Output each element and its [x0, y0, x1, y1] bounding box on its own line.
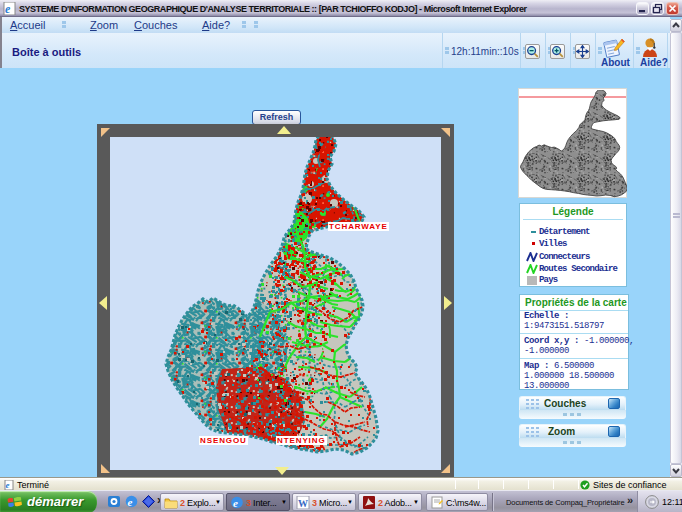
svg-text:W: W [298, 498, 308, 509]
svg-text:e: e [233, 497, 238, 509]
svg-text:e: e [128, 496, 133, 508]
svg-text:e: e [6, 480, 10, 490]
svg-text:e: e [5, 2, 11, 15]
